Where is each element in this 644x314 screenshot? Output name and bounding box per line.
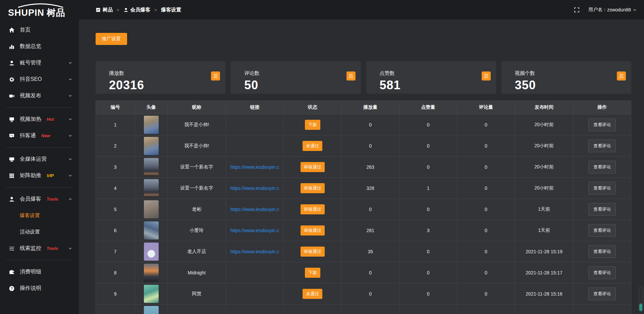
cell-link: https://www.iesdouyin.c: [226, 156, 283, 177]
breadcrumb-label: 树品: [103, 7, 113, 13]
cell-status: [284, 304, 341, 314]
table-row: 2我不是小帅!未通过00020小时前查看评论: [96, 135, 631, 156]
topbar-right: 用户名：zswodun88: [574, 7, 637, 13]
breadcrumb-item-1[interactable]: 树品: [96, 7, 113, 13]
status-badge[interactable]: 下架: [305, 120, 320, 130]
sidebar-item-4[interactable]: 抖音SEO: [0, 71, 79, 88]
cell-avatar: [135, 283, 167, 304]
stat-value: 350: [515, 78, 625, 92]
sidebar-item-9[interactable]: 矩阵助推VIP: [0, 167, 79, 184]
sidebar-item-1[interactable]: 首页: [0, 22, 79, 38]
avatar: [144, 137, 159, 155]
sidebar-nav: 首页数据总览账号管理抖音SEO视频发布视频加热Hot抖客通New全媒体运营矩阵助…: [0, 22, 79, 297]
view-comments-button[interactable]: 查看评论: [588, 203, 616, 216]
cell-likes: 0: [399, 135, 457, 156]
sidebar-item-12[interactable]: 消费明细: [0, 264, 79, 280]
status-badge[interactable]: 审核通过: [301, 225, 325, 235]
column-header-头像: 头像: [135, 101, 167, 114]
video-link[interactable]: https://www.iesdouyin.c: [226, 207, 283, 212]
view-comments-button[interactable]: 查看评论: [588, 140, 616, 152]
video-link[interactable]: https://www.iesdouyin.c: [226, 186, 283, 191]
stat-value: 20316: [109, 78, 219, 92]
sidebar-subitem-爆客设置[interactable]: 爆客设置: [0, 207, 79, 224]
avatar: [144, 243, 159, 261]
video-link[interactable]: https://www.iesdouyin.c: [226, 164, 283, 170]
sidebar-item-10[interactable]: 会员爆客Tools: [0, 191, 79, 207]
stat-label: 视频个数: [515, 70, 625, 76]
cell-plays: 0: [341, 283, 399, 304]
app-logo[interactable]: SHUPIN树品: [0, 0, 79, 20]
cell-avatar: [135, 241, 167, 262]
table-row: 1我不是小帅!下架00020小时前查看评论: [96, 114, 631, 135]
breadcrumb-label: 会员爆客: [130, 7, 151, 13]
scrollbar[interactable]: [639, 286, 643, 312]
status-badge[interactable]: 未通过: [303, 289, 322, 299]
sidebar-item-2[interactable]: 数据总览: [0, 38, 79, 55]
avatar: [144, 306, 159, 314]
view-comments-button[interactable]: 查看评论: [588, 182, 616, 195]
cell-plays: [341, 304, 399, 314]
cell-action: 查看评论: [573, 156, 631, 177]
sidebar-item-label: 抖客通: [20, 132, 36, 139]
status-badge[interactable]: 审核通过: [301, 247, 325, 257]
view-comments-button[interactable]: 查看评论: [588, 287, 616, 300]
user-menu[interactable]: 用户名：zswodun88: [588, 7, 637, 13]
sidebar-subitem-活动设置[interactable]: 活动设置: [0, 224, 79, 240]
sidebar-divider: [6, 260, 73, 260]
stat-total-badge: 总: [617, 71, 626, 81]
logo-arc-icon: [17, 3, 64, 8]
column-header-编号: 编号: [96, 101, 135, 114]
view-comments-button[interactable]: 查看评论: [588, 224, 616, 237]
column-header-状态: 状态: [284, 101, 341, 114]
view-comments-button[interactable]: 查看评论: [588, 266, 616, 279]
cell-action: 查看评论: [573, 135, 631, 156]
scrollbar-thumb[interactable]: [639, 304, 642, 311]
sidebar-item-13[interactable]: ?操作说明: [0, 280, 79, 297]
breadcrumb-item-3[interactable]: 爆客设置: [161, 7, 181, 13]
sidebar-item-7[interactable]: 抖客通New: [0, 127, 79, 144]
sidebar-item-8[interactable]: 全媒体运营: [0, 151, 79, 167]
status-badge[interactable]: 审核通过: [301, 183, 325, 193]
status-badge[interactable]: 下架: [305, 268, 320, 278]
breadcrumb-separator: >: [155, 7, 157, 12]
cell-nickname: 设置一个新名字: [167, 156, 226, 177]
cell-likes: 0: [399, 199, 457, 220]
sidebar-item-badge: Hot: [47, 117, 54, 122]
sidebar-item-5[interactable]: 视频发布: [0, 88, 79, 104]
table-row: [96, 304, 631, 314]
table-row: 3设置一个新名字https://www.iesdouyin.c审核通过26300…: [96, 156, 631, 177]
view-comments-button[interactable]: 查看评论: [588, 118, 616, 131]
view-comments-button[interactable]: 查看评论: [588, 161, 616, 173]
grid-icon: [9, 173, 15, 179]
cell-comments: 0: [457, 262, 515, 283]
breadcrumb-label: 爆客设置: [161, 7, 181, 13]
cell-plays: 328: [341, 177, 399, 199]
sidebar-item-3[interactable]: 账号管理: [0, 55, 79, 71]
promo-settings-button[interactable]: 推广设置: [96, 33, 127, 45]
stat-card-4: 视频个数350总: [501, 61, 631, 94]
breadcrumb-item-2[interactable]: 会员爆客: [123, 7, 151, 13]
column-header-播放量: 播放量: [341, 101, 399, 114]
cell-link: https://www.iesdouyin.c: [226, 199, 283, 220]
status-badge[interactable]: 审核通过: [301, 204, 325, 214]
avatar: [144, 221, 159, 240]
member-icon: [9, 196, 15, 202]
status-badge[interactable]: 未通过: [303, 141, 322, 151]
fullscreen-icon[interactable]: [574, 7, 580, 13]
view-comments-button[interactable]: 查看评论: [588, 245, 616, 258]
breadcrumb-separator: >: [117, 7, 119, 12]
cell-plays: 0: [341, 114, 399, 135]
cell-plays: 0: [341, 199, 399, 220]
video-link[interactable]: https://www.iesdouyin.c: [226, 228, 283, 233]
cell-avatar: [135, 156, 167, 177]
cell-status: 审核通过: [284, 220, 341, 241]
sidebar-item-6[interactable]: 视频加热Hot: [0, 111, 79, 127]
user-icon: [9, 60, 15, 66]
sidebar-item-11[interactable]: 线索监控Tools: [0, 240, 79, 257]
app-root: SHUPIN树品 首页数据总览账号管理抖音SEO视频发布视频加热Hot抖客通Ne…: [0, 0, 644, 314]
cell-comments: 0: [457, 199, 515, 220]
status-badge[interactable]: 审核通过: [301, 162, 325, 172]
video-link[interactable]: https://www.iesdouyin.c: [226, 249, 283, 254]
cell-nickname: 老彬: [167, 199, 226, 220]
cell-time: 20小时前: [515, 177, 573, 199]
